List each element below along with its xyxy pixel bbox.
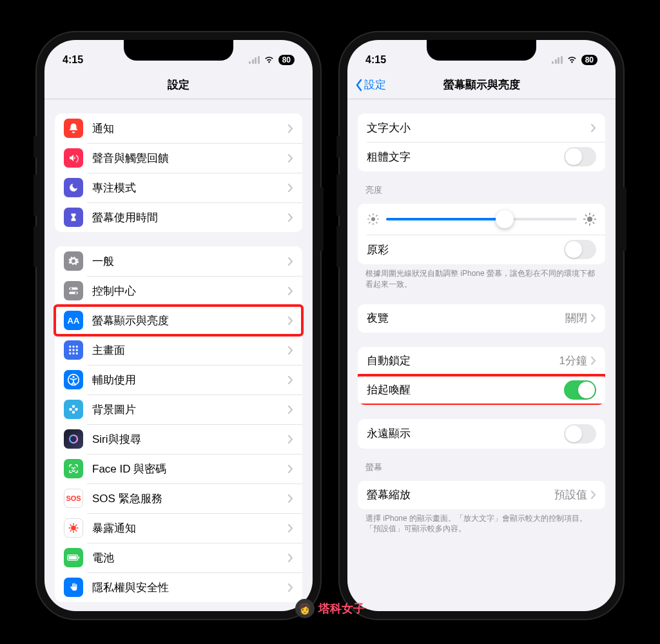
svg-rect-34 — [79, 556, 80, 558]
settings-row[interactable]: AA螢幕顯示與亮度 — [55, 306, 302, 335]
chevron-right-icon — [288, 346, 293, 355]
toggle-raise-to-wake[interactable] — [564, 380, 596, 400]
hand-icon — [64, 578, 83, 597]
row-label: Siri與搜尋 — [92, 432, 288, 447]
settings-row[interactable]: 聲音與觸覺回饋 — [55, 143, 302, 173]
row-label: 聲音與觸覺回饋 — [92, 151, 288, 166]
settings-row[interactable]: 一般 — [55, 246, 302, 276]
toggle-true-tone[interactable] — [564, 240, 596, 259]
back-button[interactable]: 設定 — [355, 77, 386, 92]
row-true-tone[interactable]: 原彩 — [358, 235, 605, 264]
settings-row[interactable]: 專注模式 — [55, 173, 302, 202]
svg-line-42 — [369, 222, 371, 223]
svg-rect-33 — [69, 556, 77, 560]
svg-point-19 — [72, 408, 75, 411]
svg-point-20 — [70, 435, 77, 443]
chevron-right-icon — [591, 124, 596, 132]
notch — [124, 40, 233, 61]
row-label: 一般 — [92, 254, 288, 269]
row-bold-text[interactable]: 粗體文字 — [358, 142, 605, 171]
chevron-right-icon — [288, 554, 293, 562]
svg-rect-7 — [69, 349, 71, 351]
row-label: 輔助使用 — [92, 373, 288, 387]
row-label: SOS 緊急服務 — [92, 491, 288, 506]
virus-icon — [64, 518, 83, 538]
settings-row[interactable]: Siri與搜尋 — [55, 424, 302, 454]
grid-icon — [64, 340, 83, 360]
sun-min-icon — [367, 213, 380, 226]
cellular-icon — [249, 56, 260, 64]
chevron-right-icon — [288, 257, 293, 266]
settings-row[interactable]: 暴露通知 — [55, 513, 302, 543]
phone-left: 4:15 80 設定 通知聲音與觸覺回饋專注模式螢幕使用時間一般控制中心AA螢幕… — [37, 32, 320, 619]
svg-point-16 — [72, 411, 75, 414]
row-always-on[interactable]: 永遠顯示 — [358, 419, 605, 449]
row-auto-lock[interactable]: 自動鎖定 1分鐘 — [358, 347, 605, 375]
settings-row[interactable]: 電池 — [55, 543, 302, 572]
settings-row[interactable]: SOSSOS 緊急服務 — [55, 483, 302, 513]
row-label: 背景圖片 — [92, 402, 288, 417]
row-raise-to-wake[interactable]: 抬起喚醒 — [358, 375, 605, 405]
row-label: 通知 — [92, 121, 288, 136]
row-label: 主畫面 — [92, 343, 288, 358]
chevron-right-icon — [288, 376, 293, 384]
chevron-right-icon — [288, 154, 293, 162]
wifi-icon — [264, 54, 275, 66]
svg-rect-4 — [69, 346, 71, 347]
toggle-always-on[interactable] — [564, 424, 596, 444]
chevron-right-icon — [288, 494, 293, 503]
row-night-shift[interactable]: 夜覽 關閉 — [358, 304, 605, 333]
chevron-right-icon — [288, 317, 293, 325]
settings-row[interactable]: 通知 — [55, 113, 302, 143]
settings-row[interactable]: 螢幕使用時間 — [55, 202, 302, 232]
settings-row[interactable]: 控制中心 — [55, 276, 302, 306]
svg-line-40 — [369, 215, 371, 217]
svg-point-15 — [72, 405, 75, 408]
status-time: 4:15 — [63, 54, 83, 66]
access-icon — [64, 370, 83, 389]
svg-point-22 — [75, 467, 75, 468]
svg-rect-8 — [73, 349, 75, 351]
row-text-size[interactable]: 文字大小 — [358, 113, 605, 142]
display-settings-list[interactable]: 文字大小 粗體文字 亮度 — [347, 99, 616, 611]
watermark-avatar-icon: 👩 — [295, 599, 315, 618]
settings-row[interactable]: 背景圖片 — [55, 395, 302, 424]
svg-point-35 — [371, 217, 375, 221]
bell-icon — [64, 119, 83, 138]
phone-right: 4:15 80 設定 螢幕顯示與亮度 文字大小 — [340, 32, 623, 619]
watermark: 👩 塔科女子 — [295, 599, 365, 618]
row-label: 螢幕使用時間 — [92, 210, 288, 225]
settings-row[interactable]: 主畫面 — [55, 335, 302, 365]
svg-line-49 — [585, 215, 587, 217]
row-label: 螢幕顯示與亮度 — [92, 313, 288, 328]
chevron-right-icon — [288, 583, 293, 592]
chevron-right-icon — [591, 314, 596, 322]
svg-rect-9 — [76, 349, 78, 351]
moon-icon — [64, 178, 83, 197]
svg-rect-6 — [76, 346, 78, 347]
svg-rect-12 — [76, 353, 78, 355]
settings-row[interactable]: 輔助使用 — [55, 365, 302, 395]
row-brightness-slider[interactable] — [358, 204, 605, 235]
sun-max-icon — [583, 213, 596, 226]
AA-icon: AA — [64, 311, 83, 330]
brightness-slider[interactable] — [386, 218, 577, 220]
notch — [427, 40, 536, 61]
svg-point-2 — [70, 288, 72, 289]
svg-point-17 — [69, 408, 72, 411]
row-label: 控制中心 — [92, 284, 288, 298]
settings-list[interactable]: 通知聲音與觸覺回饋專注模式螢幕使用時間一般控制中心AA螢幕顯示與亮度主畫面輔助使… — [44, 99, 313, 611]
settings-row[interactable]: 隱私權與安全性 — [55, 572, 302, 602]
chevron-right-icon — [288, 184, 293, 192]
toggle-bold-text[interactable] — [564, 147, 596, 166]
cellular-icon — [552, 56, 563, 64]
row-label: 隱私權與安全性 — [92, 580, 288, 595]
settings-row[interactable]: Face ID 與密碼 — [55, 454, 302, 483]
footer-zoom: 選擇 iPhone 的顯示畫面。「放大文字」會顯示較大的控制項目。「預設值」可顯… — [347, 509, 616, 535]
chevron-right-icon — [288, 435, 293, 444]
svg-line-50 — [593, 222, 595, 224]
row-display-zoom[interactable]: 螢幕縮放 預設值 — [358, 481, 605, 509]
chevron-right-icon — [288, 465, 293, 473]
svg-line-52 — [593, 215, 595, 217]
chevron-right-icon — [288, 524, 293, 532]
